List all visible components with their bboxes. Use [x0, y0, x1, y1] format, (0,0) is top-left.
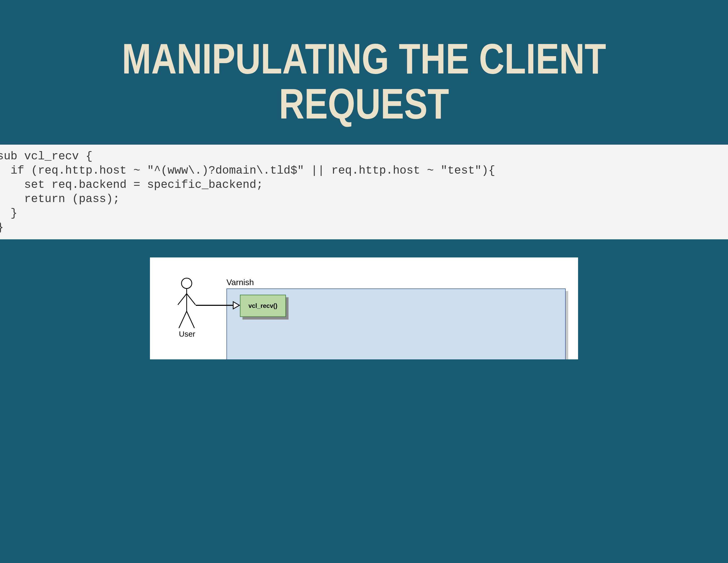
code-content: sub vcl_recv { if (req.http.host ~ "^(ww…	[0, 149, 728, 235]
arrow-head-icon	[233, 301, 240, 310]
svg-point-0	[181, 278, 192, 289]
user-label: User	[179, 330, 195, 339]
svg-line-4	[179, 311, 187, 328]
svg-line-2	[178, 294, 187, 305]
code-block: sub vcl_recv { if (req.http.host ~ "^(ww…	[0, 145, 728, 239]
diagram-container: User Varnish vcl_recv()	[150, 257, 578, 359]
arrow-line	[196, 305, 236, 306]
slide-title: MANIPULATING THE CLIENT REQUEST	[65, 0, 662, 145]
slide-container: MANIPULATING THE CLIENT REQUEST sub vcl_…	[0, 0, 728, 563]
svg-line-3	[187, 294, 195, 305]
vcl-recv-box: vcl_recv()	[240, 295, 286, 317]
user-icon	[176, 277, 197, 330]
vcl-recv-label: vcl_recv()	[248, 302, 277, 310]
svg-line-5	[187, 311, 194, 328]
svg-marker-6	[233, 302, 239, 309]
varnish-label: Varnish	[226, 277, 254, 287]
